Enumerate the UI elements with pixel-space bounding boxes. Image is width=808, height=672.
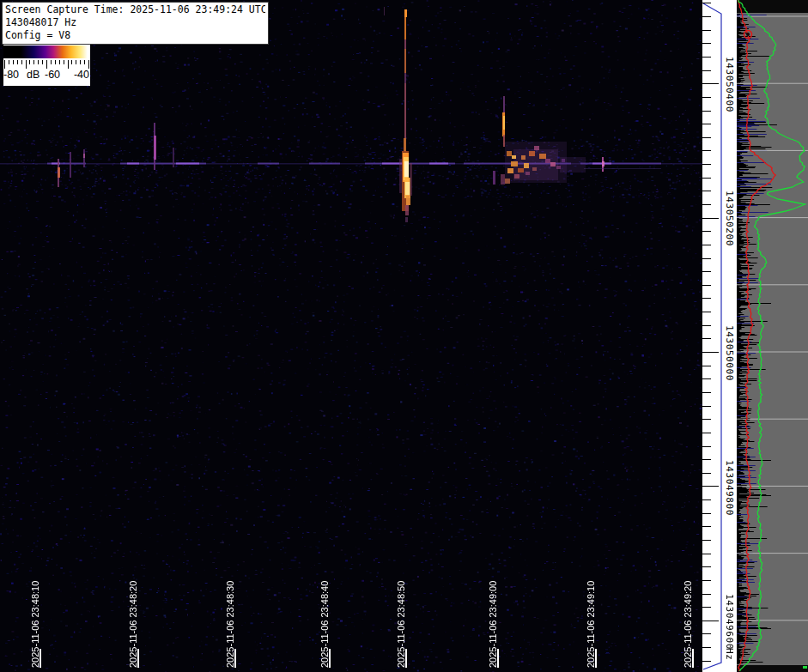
frequency-minor-tick [702,70,711,71]
frequency-major-tick [702,218,719,219]
frequency-minor-tick [702,124,711,124]
frequency-major-tick [702,486,719,487]
frequency-minor-tick [702,647,711,648]
colorbar-tick [59,60,60,64]
frequency-minor-tick [702,164,711,165]
frequency-major-tick [702,621,719,621]
frequency-minor-tick [702,43,711,44]
frequency-minor-tick [702,231,711,232]
time-tick [234,649,236,668]
frequency-unit-label: Hz [724,648,735,660]
time-tick [595,649,597,668]
frequency-label: 143049600 [724,594,735,650]
frequency-minor-tick [702,661,711,662]
frequency-minor-tick [702,392,711,393]
colorbar-tick [88,60,89,69]
frequency-minor-tick [702,150,711,151]
info-box: Screen Capture Time: 2025-11-06 23:49:24… [2,2,269,45]
frequency-minor-tick [702,312,711,312]
spectrum-trace-canvas [737,0,808,672]
capture-time-text: Screen Capture Time: 2025-11-06 23:49:24… [5,3,265,16]
colorbar-tick [80,60,81,64]
frequency-label: 143050000 [724,325,735,381]
frequency-minor-tick [702,580,711,581]
frequency-minor-tick [702,178,711,179]
frequency-minor-tick [702,378,711,379]
frequency-major-tick [702,83,719,84]
frequency-minor-tick [702,459,711,460]
frequency-minor-tick [702,97,711,98]
time-tick [39,649,41,668]
frequency-minor-tick [702,137,711,138]
frequency-major-tick [702,352,719,353]
colorbar-tick [17,60,18,64]
frequency-minor-tick [702,594,711,595]
time-tick [405,649,407,668]
colorbar-tick [33,60,34,64]
frequency-minor-tick [702,499,711,500]
center-frequency-text: 143048017 Hz [5,16,265,29]
colorbar-tick [26,60,27,69]
frequency-minor-tick [702,473,711,474]
colorbar-tick [9,60,9,64]
time-tick [692,649,694,668]
colorbar-tick [38,60,39,64]
frequency-minor-tick [702,325,711,326]
colorbar-label-min: -80 [3,69,19,81]
frequency-minor-tick [702,111,711,112]
frequency-minor-tick [702,554,711,554]
colorbar-tick [29,60,30,64]
colorbar-labels: -80 dB -60 -40 [3,69,90,84]
colorbar-tick [13,60,14,64]
frequency-minor-tick [702,3,711,3]
colorbar-label-max: -40 [74,69,89,81]
frequency-minor-tick [702,285,711,286]
frequency-minor-tick [702,607,711,608]
frequency-minor-tick [702,204,711,205]
frequency-minor-tick [702,566,711,567]
colorbar-tick [51,60,52,64]
colorbar-tick [84,60,85,64]
time-tick [329,649,331,668]
frequency-label: 143050200 [724,191,735,246]
time-tick [497,649,499,668]
colorbar-tick [68,60,69,69]
spectrum-panel [737,0,808,672]
colorbar-label-unit: dB [27,69,39,81]
colorbar-tick [64,60,64,64]
colorbar-tick [76,60,76,64]
frequency-minor-tick [702,446,711,447]
frequency-minor-tick [702,513,711,514]
colorbar-tick [55,60,56,64]
frequency-minor-tick [702,258,711,259]
colorbar-tick [46,60,47,69]
colorbar-tick [71,60,72,64]
config-text: Config = V8 [5,29,265,42]
colorbar-tick [42,60,43,64]
frequency-label: 143050400 [724,57,735,112]
frequency-minor-tick [702,16,711,17]
frequency-axis: 1430504001430502001430500001430498001430… [702,0,737,672]
time-tick [137,649,139,668]
spectrogram-monitor-window: 2025-11-06 23:48:102025-11-06 23:48:2020… [0,0,808,672]
colorbar: -80 dB -60 -40 [3,45,90,86]
frequency-minor-tick [702,419,711,420]
frequency-minor-tick [702,526,711,527]
frequency-label: 143049800 [724,460,735,516]
waterfall-spectrogram [0,0,702,672]
frequency-minor-tick [702,366,711,366]
frequency-minor-tick [702,540,711,541]
frequency-minor-tick [702,271,711,272]
frequency-minor-tick [702,30,711,31]
frequency-minor-tick [702,406,711,407]
frequency-minor-tick [702,245,711,245]
frequency-minor-tick [702,191,711,191]
colorbar-label-mid: -60 [45,69,60,81]
colorbar-gradient [3,45,90,58]
colorbar-tick [21,60,22,64]
colorbar-ruler [4,60,89,69]
frequency-minor-tick [702,633,711,634]
frequency-minor-tick [702,338,711,339]
frequency-minor-tick [702,298,711,299]
colorbar-tick [4,60,5,69]
